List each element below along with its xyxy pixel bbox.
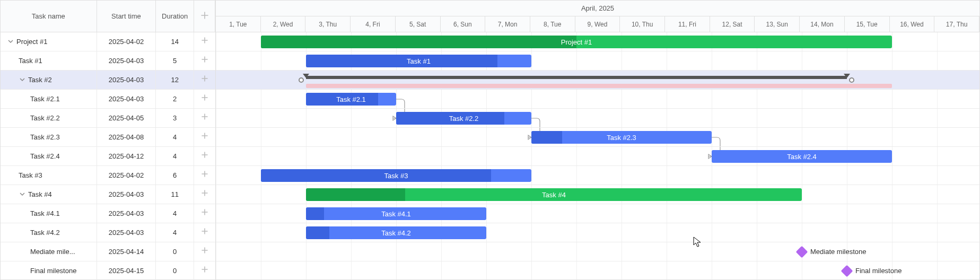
timeline-row[interactable]: Task #2.1 [216, 90, 979, 109]
timeline-row[interactable]: Task #4.2 [216, 223, 979, 242]
chevron-down-icon[interactable] [19, 76, 26, 84]
duration-cell[interactable]: 5 [156, 51, 194, 70]
task-name-cell[interactable]: Task #2 [1, 71, 97, 89]
add-task-button[interactable] [194, 32, 215, 51]
duration-cell[interactable]: 0 [156, 261, 194, 280]
chevron-down-icon[interactable] [19, 190, 26, 198]
duration-cell[interactable]: 6 [156, 166, 194, 185]
start-time-cell[interactable]: 2025-04-15 [97, 261, 156, 280]
table-row[interactable]: Task #22025-04-0312 [1, 71, 215, 90]
add-task-button[interactable] [194, 223, 215, 242]
task-bar[interactable]: Task #3 [261, 169, 531, 182]
add-task-button[interactable] [194, 109, 215, 127]
start-time-cell[interactable]: 2025-04-03 [97, 204, 156, 223]
timeline-row[interactable] [216, 71, 979, 90]
timeline-row[interactable]: Task #2.2 [216, 109, 979, 128]
timeline-row[interactable]: Task #1 [216, 51, 979, 71]
table-row[interactable]: Task #2.42025-04-124 [1, 147, 215, 166]
duration-cell[interactable]: 11 [156, 185, 194, 204]
add-task-button[interactable] [194, 261, 215, 280]
link-handle[interactable] [299, 77, 304, 83]
project-bar[interactable]: Project #1 [261, 36, 892, 48]
timeline-row[interactable]: Task #4 [216, 185, 979, 204]
table-row[interactable]: Task #12025-04-035 [1, 51, 215, 71]
duration-cell[interactable]: 4 [156, 128, 194, 146]
table-row[interactable]: Task #4.22025-04-034 [1, 223, 215, 242]
task-name-cell[interactable]: Final milestone [1, 261, 97, 280]
task-bar[interactable]: Task #2.2 [396, 112, 531, 125]
task-name-cell[interactable]: Task #4.1 [1, 204, 97, 223]
task-name-cell[interactable]: Task #3 [1, 166, 97, 185]
timeline-row[interactable]: Task #2.4 [216, 147, 979, 166]
milestone-diamond[interactable] [841, 265, 853, 277]
start-time-cell[interactable]: 2025-04-08 [97, 128, 156, 146]
duration-cell[interactable]: 3 [156, 109, 194, 127]
table-row[interactable]: Task #2.22025-04-053 [1, 109, 215, 128]
task-name-cell[interactable]: Task #2.2 [1, 109, 97, 127]
table-row[interactable]: Task #32025-04-026 [1, 166, 215, 185]
project-bar[interactable]: Task #4 [306, 188, 802, 201]
table-row[interactable]: Project #12025-04-0214 [1, 32, 215, 51]
duration-cell[interactable]: 12 [156, 71, 194, 89]
add-task-button[interactable] [194, 51, 215, 70]
chevron-down-icon[interactable] [7, 38, 14, 46]
start-time-cell[interactable]: 2025-04-12 [97, 147, 156, 165]
start-time-cell[interactable]: 2025-04-03 [97, 71, 156, 89]
start-time-cell[interactable]: 2025-04-03 [97, 90, 156, 108]
task-name-cell[interactable]: Project #1 [1, 32, 97, 51]
add-task-button[interactable] [194, 90, 215, 108]
task-bar[interactable]: Task #4.1 [306, 207, 486, 220]
col-header-start-time[interactable]: Start time [97, 1, 156, 32]
add-task-button[interactable] [194, 185, 215, 204]
task-name-cell[interactable]: Task #2.4 [1, 147, 97, 165]
add-task-button[interactable] [194, 166, 215, 185]
start-time-cell[interactable]: 2025-04-03 [97, 185, 156, 204]
task-name-cell[interactable]: Task #2.1 [1, 90, 97, 108]
add-task-button[interactable] [194, 147, 215, 165]
add-task-button[interactable] [194, 242, 215, 261]
duration-cell[interactable]: 4 [156, 204, 194, 223]
timeline-row[interactable]: Task #3 [216, 166, 979, 185]
table-row[interactable]: Final milestone2025-04-150 [1, 261, 215, 280]
task-bar[interactable]: Task #1 [306, 55, 531, 67]
timeline-row[interactable]: Final milestone [216, 261, 979, 279]
timeline-row[interactable]: Task #4.1 [216, 204, 979, 223]
duration-cell[interactable]: 14 [156, 32, 194, 51]
start-time-cell[interactable]: 2025-04-03 [97, 223, 156, 242]
start-time-cell[interactable]: 2025-04-03 [97, 51, 156, 70]
summary-bar[interactable] [306, 76, 847, 79]
add-task-button[interactable] [194, 71, 215, 89]
start-time-cell[interactable]: 2025-04-02 [97, 32, 156, 51]
task-name-cell[interactable]: Mediate mile... [1, 242, 97, 261]
link-handle[interactable] [849, 77, 854, 83]
start-time-cell[interactable]: 2025-04-14 [97, 242, 156, 261]
table-row[interactable]: Task #2.12025-04-032 [1, 90, 215, 109]
task-name-cell[interactable]: Task #4.2 [1, 223, 97, 242]
table-row[interactable]: Task #42025-04-0311 [1, 185, 215, 204]
col-header-task-name[interactable]: Task name [1, 1, 97, 32]
milestone-diamond[interactable] [796, 246, 808, 258]
timeline[interactable]: April, 2025 1, Tue2, Wed3, Thu4, Fri5, S… [216, 1, 979, 279]
task-bar[interactable]: Task #2.1 [306, 93, 396, 106]
col-header-duration[interactable]: Duration [156, 1, 194, 32]
duration-cell[interactable]: 2 [156, 90, 194, 108]
start-time-cell[interactable]: 2025-04-02 [97, 166, 156, 185]
task-bar[interactable]: Task #2.3 [531, 131, 712, 144]
task-bar[interactable]: Task #4.2 [306, 226, 486, 239]
task-name-cell[interactable]: Task #4 [1, 185, 97, 204]
duration-cell[interactable]: 4 [156, 147, 194, 165]
task-bar[interactable]: Task #2.4 [712, 150, 892, 163]
timeline-row[interactable]: Mediate milestone [216, 242, 979, 261]
task-name-cell[interactable]: Task #2.3 [1, 128, 97, 146]
duration-cell[interactable]: 0 [156, 242, 194, 261]
task-name-cell[interactable]: Task #1 [1, 51, 97, 70]
timeline-row[interactable]: Project #1 [216, 32, 979, 51]
table-row[interactable]: Mediate mile...2025-04-140 [1, 242, 215, 261]
add-task-button[interactable] [194, 128, 215, 146]
table-row[interactable]: Task #4.12025-04-034 [1, 204, 215, 223]
duration-cell[interactable]: 4 [156, 223, 194, 242]
start-time-cell[interactable]: 2025-04-05 [97, 109, 156, 127]
timeline-row[interactable]: Task #2.3 [216, 128, 979, 147]
add-task-button[interactable] [194, 204, 215, 223]
table-row[interactable]: Task #2.32025-04-084 [1, 128, 215, 147]
